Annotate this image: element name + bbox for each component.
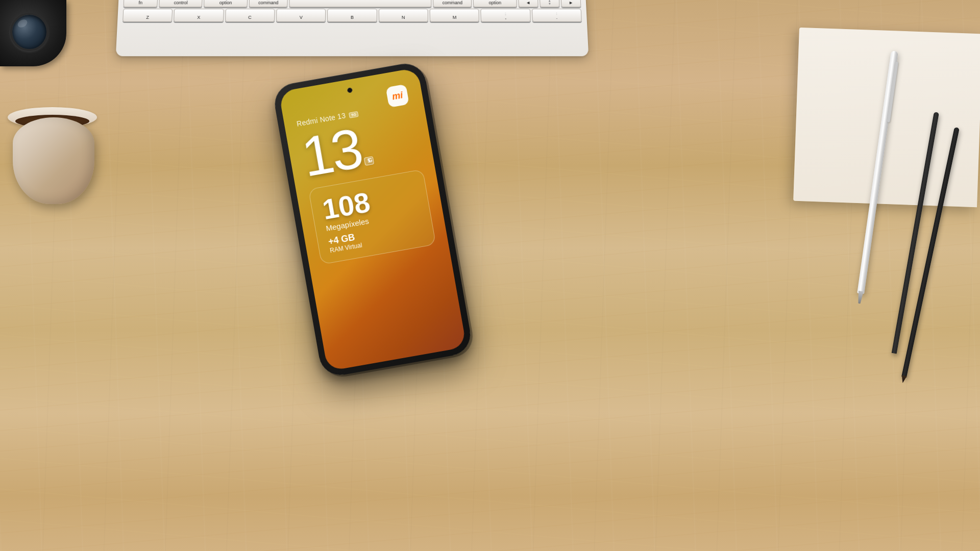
spacebar[interactable]	[289, 0, 431, 7]
coffee-cup	[5, 102, 102, 204]
option-right-key[interactable]: ⌥option	[473, 0, 517, 7]
key-X[interactable]: X	[174, 9, 224, 22]
keyboard: fn ⌃control ⌥option ⌘command ⌘command ⌥o…	[116, 0, 589, 56]
key-period[interactable]: :.	[532, 9, 582, 22]
left-arrow-key[interactable]: ◄	[518, 0, 538, 7]
command-right-key[interactable]: ⌘command	[433, 0, 472, 7]
control-key[interactable]: ⌃control	[159, 0, 203, 7]
number-5g-badge: 5G	[364, 156, 374, 166]
key-N[interactable]: N	[378, 9, 428, 22]
mi-logo-text: mi	[391, 90, 404, 102]
up-down-arrow-keys[interactable]: ▲▼	[540, 0, 560, 7]
key-C[interactable]: C	[225, 9, 275, 22]
cup-body	[13, 117, 94, 204]
key-Z[interactable]: Z	[122, 9, 173, 22]
command-left-key[interactable]: ⌘command	[249, 0, 287, 7]
camera-lens	[10, 13, 48, 51]
option-key[interactable]: ⌥option	[204, 0, 248, 7]
key-V[interactable]: V	[276, 9, 326, 22]
fn-key[interactable]: fn	[124, 0, 158, 7]
right-arrow-key[interactable]: ►	[560, 0, 581, 7]
key-comma[interactable]: ;,	[481, 9, 531, 22]
key-M[interactable]: M	[430, 9, 480, 22]
mi-logo: mi	[386, 84, 409, 108]
camera-prop	[0, 0, 66, 66]
key-B[interactable]: B	[327, 9, 377, 22]
